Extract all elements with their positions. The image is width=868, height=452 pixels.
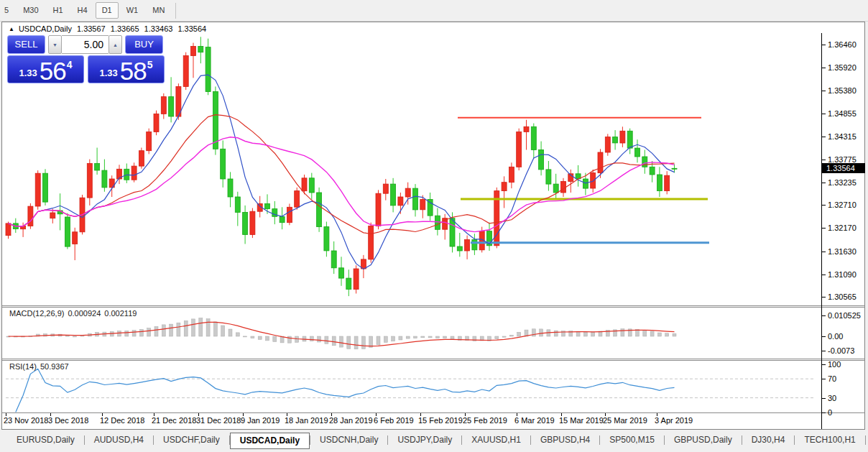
price-tick-dash — [822, 137, 826, 137]
price-axis-line — [821, 33, 822, 429]
tab-usdchf-daily[interactable]: USDCHF,Daily — [154, 433, 229, 448]
tab-usdcad-daily[interactable]: USDCAD,Daily — [230, 433, 310, 449]
tab-usdcnh-daily[interactable]: USDCNH,Daily — [310, 433, 387, 448]
rsi-tick-dash — [822, 379, 826, 379]
chart-tab-bar: EURUSD,DailyAUDUSD,H4USDCHF,DailyUSDCAD,… — [0, 431, 868, 452]
date-label: 15 Feb 2019 — [418, 416, 463, 425]
price-tick-label: 1.31090 — [828, 270, 857, 279]
price-tick-label: 1.36460 — [828, 40, 857, 49]
price-tick-dash — [822, 160, 826, 160]
timeframe-button-d1[interactable]: D1 — [96, 2, 119, 19]
price-tick-dash — [822, 252, 826, 252]
timeframe-button-w1[interactable]: W1 — [120, 2, 145, 19]
price-tick-dash — [822, 114, 826, 114]
tab-dj30-h4[interactable]: DJ30,H4 — [742, 433, 795, 448]
tab-usdjpy-daily[interactable]: USDJPY,Daily — [388, 433, 461, 448]
rsi-label: RSI(14)50.9367 — [9, 362, 73, 371]
timeframe-button-mn[interactable]: MN — [146, 2, 171, 19]
timeframe-button-h4[interactable]: H4 — [71, 2, 94, 19]
date-label: 28 Jan 2019 — [329, 416, 373, 425]
chart-tabs: EURUSD,DailyAUDUSD,H4USDCHF,DailyUSDCAD,… — [7, 433, 868, 449]
current-price-badge: 1.33564 — [822, 163, 865, 173]
sell-button[interactable]: SELL — [7, 35, 45, 54]
date-label: 21 Dec 2018 — [152, 416, 196, 425]
sell-price-display[interactable]: 1.33 56 4 — [7, 55, 84, 83]
tab-xauusd-h1[interactable]: XAUUSD,H1 — [462, 433, 530, 448]
price-tick-dash — [822, 205, 826, 206]
macd-tick-dash — [822, 336, 826, 337]
sell-price-sup: 4 — [67, 59, 73, 70]
date-label: 6 Mar 2019 — [514, 416, 555, 425]
rsi-tick-dash — [822, 364, 826, 365]
buy-price-prefix: 1.33 — [99, 68, 117, 78]
buy-price-display[interactable]: 1.33 58 5 — [88, 55, 165, 83]
buy-button[interactable]: BUY — [125, 35, 163, 54]
price-tick-label: 1.33235 — [828, 178, 857, 187]
price-tick-label: 1.35380 — [828, 86, 857, 95]
pane-splitter — [2, 360, 865, 361]
volume-input[interactable]: 5.00 — [62, 35, 108, 54]
pane-splitter[interactable] — [2, 359, 865, 359]
timeframe-button-m30[interactable]: M30 — [17, 2, 45, 19]
tab-audusd-h4[interactable]: AUDUSD,H4 — [85, 433, 153, 448]
date-label: 18 Jan 2019 — [285, 416, 328, 425]
price-tick-label: 1.30565 — [828, 292, 857, 301]
tab-tech100-h1[interactable]: TECH100,H1 — [795, 433, 864, 448]
date-label: 25 Mar 2019 — [603, 416, 647, 425]
volume-decrease-button[interactable]: ▼ — [48, 35, 62, 54]
price-tick-dash — [822, 45, 826, 45]
price-tick-label: 1.32170 — [828, 223, 857, 232]
volume-increase-button[interactable]: ▲ — [108, 35, 122, 54]
timeframe-button-h1[interactable]: H1 — [47, 2, 70, 19]
price-tick-label: 1.34855 — [828, 109, 857, 118]
toolbar-separator — [175, 3, 176, 19]
chart-symbol-label: USDCAD,Daily — [19, 24, 72, 33]
pane-splitter — [2, 307, 865, 308]
price-tick-label: 1.31630 — [828, 247, 857, 256]
buy-price-main: 58 — [120, 59, 147, 83]
macd-name: MACD(12,26,9) — [9, 309, 64, 318]
timeframe-button-5[interactable]: 5 — [0, 2, 15, 19]
tab-gbpusd-h4[interactable]: GBPUSD,H4 — [531, 433, 599, 448]
mt4-terminal: 5M30H1H4D1W1MN ▲USDCAD,Daily 1.33567 1.3… — [0, 0, 868, 452]
tab-sp500-m15[interactable]: SP500,M15 — [600, 433, 664, 448]
ohlc-high: 1.33665 — [111, 24, 139, 33]
macd-scale-label: 0.010525 — [828, 311, 861, 320]
rsi-name: RSI(14) — [9, 362, 37, 371]
price-tick-dash — [822, 228, 826, 229]
pane-splitter[interactable] — [2, 305, 865, 306]
price-tick-label: 1.32710 — [828, 200, 857, 209]
one-click-trade-panel: SELL ▼ 5.00 ▲ BUY 1.33 56 4 1.33 58 5 — [7, 35, 165, 83]
timeframe-buttons: 5M30H1H4D1W1MN — [0, 2, 172, 19]
rsi-pane[interactable] — [2, 361, 821, 412]
buy-price-sup: 5 — [147, 59, 153, 70]
tab-gbpusd-daily[interactable]: GBPUSD,Daily — [665, 433, 742, 448]
macd-scale-label: -0.0073 — [828, 346, 854, 355]
spin-up-icon: ▲ — [113, 42, 118, 47]
ohlc-low: 1.33463 — [144, 24, 173, 33]
macd-scale-label: 0.00 — [828, 332, 843, 341]
price-tick-dash — [822, 68, 826, 68]
rsi-scale-label: 30 — [828, 394, 836, 402]
chart-title: ▲USDCAD,Daily 1.33567 1.33665 1.33463 1.… — [9, 24, 209, 33]
rsi-tick-dash — [822, 412, 826, 413]
macd-tick-dash — [822, 315, 826, 316]
tab-eurusd-daily[interactable]: EURUSD,Daily — [7, 433, 84, 448]
macd-value-main: 0.000924 — [68, 309, 101, 318]
price-tick-label: 1.35920 — [828, 63, 857, 72]
timeframe-toolbar: 5M30H1H4D1W1MN — [0, 0, 868, 22]
rsi-scale-label: 100 — [828, 360, 841, 369]
ohlc-open: 1.33567 — [77, 24, 106, 33]
date-label: 6 Feb 2019 — [374, 416, 414, 425]
rsi-scale-label: 0 — [828, 408, 832, 417]
macd-label: MACD(12,26,9)0.0009240.002119 — [9, 309, 140, 318]
collapse-triangle-icon[interactable]: ▲ — [9, 26, 14, 32]
date-label: 31 Dec 2018 — [196, 416, 241, 425]
sell-price-main: 56 — [40, 59, 66, 83]
ohlc-close: 1.33564 — [177, 24, 206, 33]
date-axis-line — [2, 412, 865, 413]
price-tick-dash — [822, 275, 826, 275]
rsi-scale-label: 70 — [828, 374, 836, 383]
sell-price-prefix: 1.33 — [19, 68, 37, 78]
date-label: 12 Dec 2018 — [100, 416, 144, 425]
